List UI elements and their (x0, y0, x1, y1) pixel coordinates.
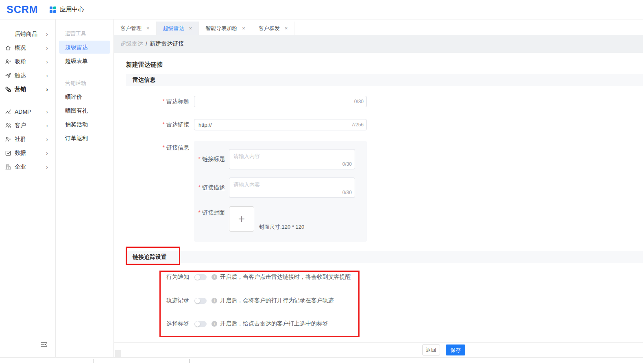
link-info-label: 链接信息 (166, 144, 189, 151)
scrm-logo: SCRM (7, 4, 44, 15)
behavior-notify-row: 行为通知 i 开启后，当客户点击雷达链接时，将会收到艾客提醒 (114, 271, 351, 283)
sidebar-item-customers[interactable]: 客户 › (0, 119, 55, 132)
track-record-desc: 开启后，会将客户的打开行为记录在客户轨迹 (220, 297, 334, 304)
radar-link-label: 雷达链接 (166, 121, 189, 128)
link-title-counter: 0/30 (342, 161, 352, 167)
sidebar-item-admp[interactable]: ADMP › (0, 105, 55, 119)
sidebar-item-enterprise[interactable]: 企业 › (0, 160, 55, 174)
sidebar-item-marketing[interactable]: 营销 › (0, 82, 55, 96)
topbar: SCRM 应用中心 (0, 0, 643, 20)
scrollbar-thumb[interactable] (115, 350, 121, 357)
sidebar-item-attract-fans[interactable]: 吸粉 › (0, 55, 55, 69)
submenu-item-super-form[interactable]: 超级表单 (59, 54, 110, 67)
back-button[interactable]: 返回 (422, 344, 440, 355)
link-desc-input[interactable] (229, 178, 355, 198)
close-icon[interactable]: × (285, 25, 288, 31)
required-mark: * (163, 121, 165, 128)
submenu-item-lucky-draw[interactable]: 抽奖活动 (59, 118, 110, 131)
submenu-item-super-radar[interactable]: 超级雷达 (59, 41, 110, 54)
radar-title-input[interactable] (194, 96, 367, 107)
bottom-divider (0, 357, 643, 358)
chevron-right-icon: › (46, 164, 48, 170)
page-title: 新建雷达链接 (126, 61, 163, 69)
close-icon[interactable]: × (189, 25, 192, 31)
breadcrumb-parent[interactable]: 超级雷达 (120, 40, 143, 48)
required-mark: * (198, 184, 201, 191)
select-tag-toggle[interactable] (194, 321, 207, 327)
radar-title-counter: 0/30 (354, 99, 364, 104)
link-cover-label: 链接封面 (202, 209, 225, 216)
radar-title-label: 雷达标题 (166, 98, 189, 104)
close-icon[interactable]: × (146, 25, 150, 31)
required-mark: * (198, 156, 201, 162)
select-tag-label: 选择标签 (114, 320, 189, 327)
customers-icon (5, 122, 11, 129)
sidebar-item-overview[interactable]: 概况 › (0, 41, 55, 55)
link-desc-label: 链接描述 (202, 184, 225, 191)
section-radar-info: 雷达信息 (126, 74, 643, 86)
cover-size-hint: 封面尺寸:120 * 120 (259, 223, 304, 231)
link-desc-row: *链接描述 0/30 (194, 178, 355, 198)
cover-upload-box[interactable]: + (229, 206, 254, 232)
close-icon[interactable]: × (242, 25, 245, 31)
submenu-item-photo-reward[interactable]: 晒图有礼 (59, 104, 110, 117)
sidebar-item-reach[interactable]: 触达 › (0, 69, 55, 82)
info-icon: i (211, 298, 217, 303)
sidebar-item-community[interactable]: 社群 › (0, 132, 55, 146)
building-icon (5, 164, 11, 170)
select-tag-row: 选择标签 i 开启后，给点击雷达的客户打上选中的标签 (114, 318, 328, 329)
section-link-tracking: 链接追踪设置 (126, 251, 643, 263)
submenu-item-review-share[interactable]: 晒评价 (59, 90, 110, 103)
secondary-sidebar: 运营工具 超级雷达 超级表单 营销活动 晒评价 晒图有礼 抽奖活动 订单返利 (56, 20, 114, 357)
sidebar-item-shop[interactable]: 店铺商品 › (0, 27, 55, 41)
sidebar-item-data[interactable]: 数据 › (0, 146, 55, 160)
app-center-grid-icon[interactable] (50, 6, 56, 13)
submenu-section-operation-tools: 运营工具 (65, 30, 113, 37)
save-button[interactable]: 保存 (446, 344, 465, 355)
data-chart-icon (5, 150, 11, 156)
blank-icon (5, 31, 11, 37)
link-desc-counter: 0/30 (342, 190, 352, 195)
app-center-label[interactable]: 应用中心 (60, 6, 84, 13)
submenu-item-order-rebate[interactable]: 订单返利 (59, 132, 110, 145)
chevron-right-icon: › (46, 108, 48, 115)
link-title-row: *链接标题 0/30 (194, 149, 355, 169)
info-icon: i (211, 321, 217, 327)
tab-customer-mass-send[interactable]: 客户群发 × (252, 22, 295, 35)
collapse-sidebar-icon[interactable] (40, 341, 48, 348)
track-record-toggle[interactable] (194, 298, 207, 304)
info-icon: i (211, 274, 217, 280)
chevron-right-icon: › (46, 72, 48, 79)
track-record-label: 轨迹记录 (114, 297, 189, 304)
radar-title-row: *雷达标题 0/30 (114, 96, 367, 107)
link-title-label: 链接标题 (202, 156, 225, 162)
tab-super-radar[interactable]: 超级雷达 × (157, 22, 199, 35)
required-mark: * (163, 98, 165, 104)
community-icon (5, 136, 11, 143)
bottom-tick (94, 359, 94, 363)
link-title-input[interactable] (229, 149, 355, 169)
chevron-right-icon: › (46, 122, 48, 129)
tab-customer-management[interactable]: 客户管理 × (114, 22, 157, 35)
breadcrumb: 超级雷达 / 新建雷达链接 (114, 35, 643, 53)
submenu-section-marketing-activities: 营销活动 (65, 80, 113, 87)
chevron-right-icon: › (46, 86, 48, 93)
track-record-row: 轨迹记录 i 开启后，会将客户的打开行为记录在客户轨迹 (114, 295, 334, 306)
link-info-panel: *链接标题 0/30 *链接描述 0/30 *链接封面 (194, 141, 367, 242)
chart-icon (5, 108, 11, 115)
tab-smart-import-fans[interactable]: 智能导表加粉 × (199, 22, 252, 35)
bottom-tick (189, 359, 190, 363)
behavior-notify-toggle[interactable] (194, 274, 207, 280)
share-icon (5, 86, 11, 93)
primary-sidebar: 店铺商品 › 概况 › 吸粉 › 触达 › 营销 › (0, 20, 56, 357)
plus-icon: + (238, 213, 245, 225)
home-icon (5, 45, 11, 51)
chevron-right-icon: › (46, 136, 48, 143)
footer-bar: 返回 保存 (114, 342, 643, 357)
main-content: 客户管理 × 超级雷达 × 智能导表加粉 × 客户群发 × 超级雷达 / 新建雷… (114, 20, 643, 364)
user-add-icon (5, 58, 11, 65)
send-icon (5, 72, 11, 79)
radar-link-input[interactable] (194, 119, 367, 130)
required-mark: * (198, 209, 201, 216)
radar-link-row: *雷达链接 7/256 (114, 119, 367, 130)
